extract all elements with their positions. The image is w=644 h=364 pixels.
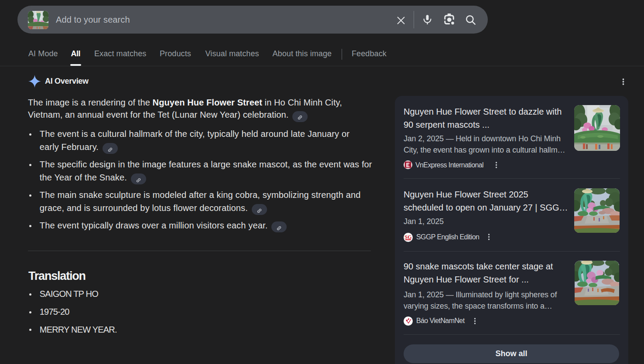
svg-text:SG: SG — [404, 234, 411, 240]
